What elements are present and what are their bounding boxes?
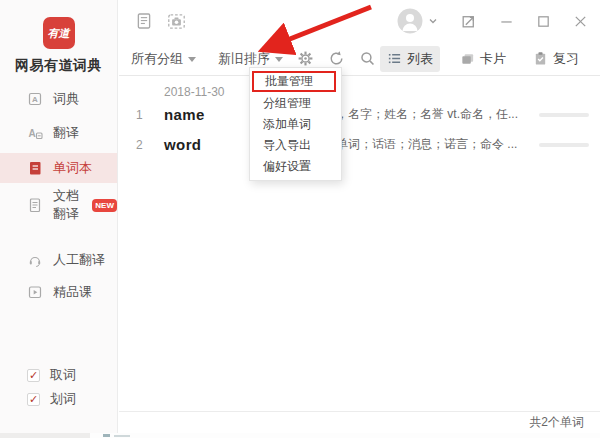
view-switcher: 列表 卡片 复习	[380, 46, 586, 72]
sort-filter-label: 新旧排序	[218, 50, 270, 68]
caret-down-icon	[188, 57, 196, 62]
view-list-label: 列表	[407, 50, 433, 68]
caret-down-icon	[275, 57, 283, 62]
settings-gear-icon[interactable]	[297, 50, 314, 67]
row-index: 1	[119, 108, 164, 122]
translate-icon: A	[27, 125, 43, 141]
review-label: 复习	[553, 50, 579, 68]
list-view-icon	[387, 51, 402, 66]
sidebar-item-label: 翻译	[53, 124, 79, 142]
desktop-icon-fragment	[114, 435, 130, 437]
desktop-icon-fragment	[103, 434, 110, 437]
main-content: 所有分组 新旧排序	[119, 0, 600, 433]
sidebar: 有道 网易有道词典 A 词典 A 翻译 单词本	[0, 0, 118, 433]
review-button[interactable]: 复习	[526, 46, 586, 72]
svg-text:A: A	[32, 95, 38, 104]
chevron-down-icon[interactable]	[428, 17, 438, 25]
word-row[interactable]: 1 name ，名字；姓名；名誉 vt.命名，任...	[119, 100, 600, 129]
wordbook-toolbar: 所有分组 新旧排序	[119, 42, 600, 76]
date-group-header: 2018-11-30	[164, 85, 600, 99]
checkbox-checked-icon[interactable]: ✓	[27, 393, 40, 406]
menu-item-add-word[interactable]: 添加单词	[250, 114, 341, 135]
sidebar-item-label: 文档翻译	[53, 187, 84, 223]
menu-item-group-manage[interactable]: 分组管理	[250, 93, 341, 114]
screenshot-icon[interactable]	[167, 12, 186, 31]
menu-item-preferences[interactable]: 偏好设置	[250, 156, 341, 177]
masked-meaning-bar	[539, 143, 589, 147]
desktop-sliver	[0, 433, 600, 438]
note-icon[interactable]	[135, 12, 153, 30]
checkbox-checked-icon[interactable]: ✓	[27, 369, 40, 382]
sidebar-item-dictionary[interactable]: A 词典	[0, 85, 117, 113]
toggle-word-capture[interactable]: ✓ 取词	[0, 364, 117, 386]
app-window: 有道 网易有道词典 A 词典 A 翻译 单词本	[0, 0, 600, 438]
minimize-button[interactable]	[499, 14, 514, 29]
toggle-label: 取词	[50, 366, 76, 384]
close-button[interactable]	[573, 14, 588, 29]
youdao-logo-icon: 有道	[43, 17, 75, 49]
search-icon[interactable]	[359, 50, 376, 67]
toggle-word-select[interactable]: ✓ 划词	[0, 388, 117, 410]
view-card-label: 卡片	[480, 50, 506, 68]
sidebar-item-label: 人工翻译	[53, 251, 105, 269]
desktop-sliver-left	[0, 433, 90, 438]
view-card-button[interactable]: 卡片	[453, 46, 513, 72]
word-row[interactable]: 2 word 单词；话语；消息；诺言；命令 ...	[119, 130, 600, 159]
new-badge: NEW	[92, 199, 117, 212]
sidebar-item-label: 词典	[53, 90, 79, 108]
statusbar: 共2个单词	[119, 411, 600, 433]
row-index: 2	[119, 138, 164, 152]
sidebar-item-label: 单词本	[53, 159, 92, 177]
sidebar-item-human-translate[interactable]: 人工翻译	[0, 246, 117, 274]
review-clipboard-icon	[533, 51, 548, 66]
app-title: 网易有道词典	[0, 57, 117, 75]
dictionary-icon: A	[27, 91, 43, 107]
group-filter-label: 所有分组	[131, 50, 183, 68]
course-icon	[27, 284, 43, 300]
sort-filter-dropdown[interactable]: 新旧排序	[218, 50, 283, 68]
toggle-label: 划词	[50, 390, 76, 408]
titlebar-right	[397, 8, 588, 34]
sidebar-item-label: 精品课	[53, 283, 92, 301]
human-translate-icon	[27, 252, 43, 268]
titlebar	[119, 0, 600, 42]
user-avatar[interactable]	[397, 8, 423, 34]
sidebar-item-translate[interactable]: A 翻译	[0, 119, 117, 147]
sidebar-item-doc-translate[interactable]: 文档翻译 NEW	[0, 191, 117, 219]
sync-refresh-icon[interactable]	[328, 50, 345, 67]
maximize-button[interactable]	[536, 14, 551, 29]
word-list: 2018-11-30 1 name ，名字；姓名；名誉 vt.命名，任... 2…	[119, 77, 600, 159]
menu-item-import-export[interactable]: 导入导出	[250, 135, 341, 156]
card-view-icon	[460, 51, 475, 66]
word-count: 共2个单词	[529, 414, 584, 431]
doc-translate-icon	[27, 197, 43, 213]
menu-item-batch-manage[interactable]: 批量管理	[252, 71, 336, 92]
expand-window-button[interactable]	[460, 13, 477, 30]
masked-meaning-bar	[539, 113, 589, 117]
sidebar-item-courses[interactable]: 精品课	[0, 278, 117, 306]
settings-dropdown-menu: 批量管理 分组管理 添加单词 导入导出 偏好设置	[249, 67, 342, 181]
sidebar-item-wordbook[interactable]: 单词本	[0, 153, 117, 183]
group-filter-dropdown[interactable]: 所有分组	[131, 50, 196, 68]
view-list-button[interactable]: 列表	[380, 46, 440, 72]
wordbook-icon	[27, 160, 43, 176]
svg-text:A: A	[29, 128, 36, 139]
